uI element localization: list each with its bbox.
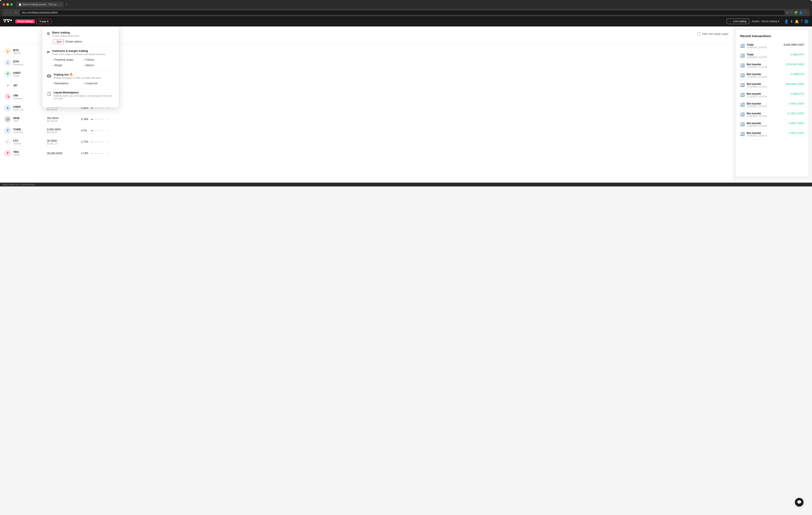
transaction-row: 🔄 Trade 12/06/2022, 10:59:09 0.4996 BTC bbox=[741, 51, 804, 61]
trade-menu-button[interactable]: Trade ▾ bbox=[36, 19, 51, 24]
portfolio-bar bbox=[91, 108, 104, 108]
minimize-window-button[interactable] bbox=[6, 3, 9, 6]
transaction-info: Bot transfer 11/09/2022, 15:25:29 bbox=[747, 102, 787, 108]
portfolio-bar-container: 1.13% bbox=[81, 152, 107, 155]
download-icon[interactable]: ⬇ bbox=[790, 20, 793, 24]
notification-icon[interactable]: 🔔 bbox=[795, 20, 799, 24]
portfolio-bar bbox=[91, 119, 104, 120]
contracts-section: ⇌ Contracts & margin trading Trade a ful… bbox=[47, 49, 115, 67]
transaction-amount: 4.0907 USDT bbox=[789, 122, 804, 125]
svg-rect-7 bbox=[10, 20, 12, 21]
demo-trading-badge[interactable]: Demo trading bbox=[16, 20, 35, 23]
reload-button[interactable]: ↻ bbox=[14, 10, 18, 15]
menu-icon[interactable]: ⋮ bbox=[804, 11, 807, 14]
portfolio-col: 4.78% bbox=[81, 118, 107, 121]
transaction-row: 🔄 Bot transfer 11/16/2022, 12:31:06 0.24… bbox=[741, 71, 804, 80]
transaction-info: Trade 12/06/2022, 10:59:09 bbox=[747, 53, 788, 58]
portfolio-pct: 1.13% bbox=[81, 152, 90, 155]
liquid-header: 📋 Liquid Marketplace Instantly trade spo… bbox=[47, 91, 115, 100]
transaction-info: Bot transfer 11/09/2022, 15:25:25 bbox=[747, 112, 785, 117]
close-window-button[interactable] bbox=[3, 3, 5, 6]
portfolio-bar bbox=[91, 153, 104, 154]
new-tab-button[interactable]: + bbox=[64, 2, 69, 7]
tab-close-button[interactable]: × bbox=[60, 3, 61, 6]
futures-menu-item[interactable]: • Futures bbox=[84, 58, 115, 62]
actions-col: ··· bbox=[107, 117, 115, 121]
portfolio-pct: 4.7% bbox=[81, 129, 90, 132]
asset-usd: $6,709.25 bbox=[47, 108, 81, 111]
liquid-subtitle: Instantly trade spot, derivatives, and s… bbox=[54, 94, 115, 100]
transaction-icon: 🔄 bbox=[741, 132, 745, 136]
transaction-date: 12/06/2022, 10:59:09 bbox=[747, 46, 781, 49]
menu-divider-2 bbox=[47, 71, 115, 71]
language-icon[interactable]: 🌐 bbox=[804, 20, 809, 24]
asset-symbol: ETH bbox=[13, 60, 24, 63]
help-icon[interactable]: ? bbox=[801, 20, 803, 23]
live-trading-button[interactable]: ← Live trading bbox=[727, 19, 749, 24]
hide-zero-label: Hide zero equity crypto bbox=[702, 32, 728, 35]
create-bot-menu-item[interactable]: • Create bot bbox=[84, 81, 115, 85]
back-button[interactable]: ‹ bbox=[5, 10, 8, 15]
star-icon[interactable]: ☆ bbox=[790, 11, 793, 14]
transaction-info: Bot transfer 11/16/2022, 12:31:06 bbox=[747, 63, 784, 68]
share-icon[interactable]: ⬆ bbox=[786, 11, 789, 14]
liquid-title: Liquid Marketplace bbox=[54, 91, 115, 94]
trade-chevron-icon: ▾ bbox=[47, 20, 49, 23]
live-trading-label: Live trading bbox=[733, 20, 746, 23]
hide-zero-checkbox[interactable] bbox=[697, 32, 700, 35]
asset-name: TrueUSD bbox=[13, 131, 23, 134]
transaction-amount: 0.4000 ETH bbox=[791, 92, 804, 96]
transaction-amount: 382.4902 USDC bbox=[786, 83, 804, 85]
transactions-list: 🔄 Trade 12/06/2022, 10:59:09 -8,484.3999… bbox=[741, 41, 804, 139]
account-icon[interactable]: 👤 bbox=[784, 20, 788, 24]
portfolio-bar-container: 4.7% bbox=[81, 129, 107, 132]
transaction-info: Bot transfer 11/16/2022, 12:10:54 bbox=[747, 92, 788, 98]
asset-usd: $6,439.08 bbox=[47, 120, 81, 122]
asset-symbol: TRX bbox=[13, 151, 20, 154]
live-trading-arrow-icon: ← bbox=[729, 20, 732, 23]
asset-col: ₮ USDT Tether bbox=[4, 71, 47, 77]
asset-symbol: OKB bbox=[13, 116, 20, 120]
transaction-icon: 🔄 bbox=[741, 63, 745, 67]
asset-more-button[interactable]: ··· bbox=[107, 129, 109, 133]
profile-icon[interactable]: 👤 bbox=[799, 11, 803, 14]
perpetual-swaps-menu-item[interactable]: • Perpetual swaps bbox=[53, 58, 84, 62]
basic-trading-items: • Spot • Simple options bbox=[47, 39, 115, 44]
transaction-icon: 🔄 bbox=[741, 73, 745, 77]
marketplace-menu-item[interactable]: • Marketplace bbox=[53, 81, 84, 85]
assets-dropdown[interactable]: Assets - Demo trading ▾ bbox=[752, 20, 779, 23]
browser-tab[interactable]: 📄 Demo trading assets - The Le... × bbox=[16, 2, 64, 7]
transaction-date: 12/06/2022, 10:59:09 bbox=[747, 56, 788, 58]
fire-icon: 🔥 bbox=[69, 73, 73, 76]
app-container: Demo trading Trade ▾ ← Live trading Asse… bbox=[0, 16, 812, 183]
asset-icon: T bbox=[4, 127, 11, 134]
status-bar: https://www.okx.com/trade-spot bbox=[0, 183, 812, 186]
options-dot: • bbox=[84, 64, 84, 66]
svg-rect-4 bbox=[8, 19, 10, 21]
contracts-title: Contracts & margin trading bbox=[52, 49, 105, 53]
asset-amount: 9,000.0000 bbox=[47, 128, 81, 131]
portfolio-bar bbox=[91, 142, 104, 142]
forward-button[interactable]: › bbox=[9, 10, 12, 15]
transaction-amount: 0.2469 ETH bbox=[791, 73, 804, 76]
transaction-icon: 🔄 bbox=[741, 122, 745, 126]
transaction-type: Bot transfer bbox=[747, 122, 787, 125]
transaction-type: Bot transfer bbox=[747, 102, 787, 105]
spot-menu-item[interactable]: • Spot bbox=[53, 39, 63, 44]
maximize-window-button[interactable] bbox=[10, 3, 13, 6]
extension-icon[interactable]: 🧩 bbox=[794, 11, 798, 14]
basic-trading-title: Basic trading bbox=[52, 31, 79, 34]
asset-more-button[interactable]: ··· bbox=[107, 151, 109, 155]
spot-dot: • bbox=[55, 40, 55, 43]
asset-more-button[interactable]: ··· bbox=[107, 117, 109, 121]
asset-more-button[interactable]: ··· bbox=[107, 140, 109, 144]
browser-actions: ⬆ ☆ 🧩 👤 ⋮ bbox=[786, 11, 807, 14]
margin-menu-item[interactable]: • Margin bbox=[53, 63, 84, 67]
simple-options-menu-item[interactable]: • Simple options bbox=[63, 39, 94, 44]
assets-chevron-icon: ▾ bbox=[778, 20, 779, 23]
address-input[interactable] bbox=[20, 10, 784, 15]
options-menu-item[interactable]: • Options bbox=[84, 63, 115, 67]
contracts-subtitle: Trade a full range of contracts and marg… bbox=[52, 53, 105, 55]
okx-logo[interactable] bbox=[3, 19, 12, 24]
asset-icon: ⬡ bbox=[4, 116, 11, 123]
